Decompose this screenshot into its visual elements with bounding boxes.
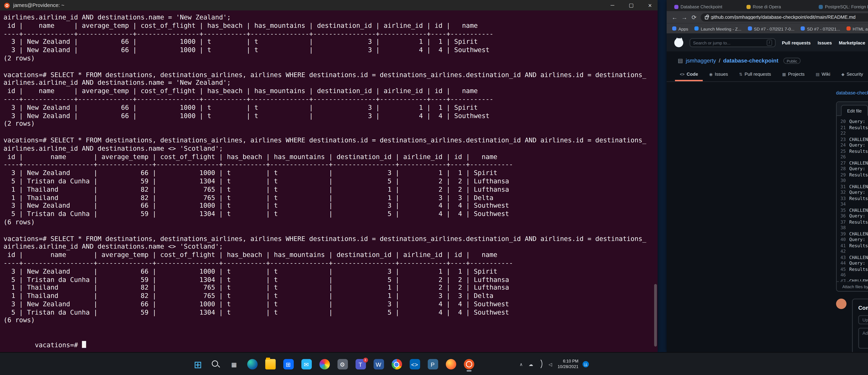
line-number: 27	[837, 160, 849, 166]
minimize-button[interactable]	[605, 0, 620, 10]
terminal-line: ----+-------------+--------------+------…	[3, 95, 654, 103]
address-bar[interactable]: github.com/jsmhaggerty/database-checkpoi…	[701, 13, 868, 21]
code-line: 20Query: ![image](https://user-images.gi…	[837, 119, 868, 125]
editor-header: Edit file Preview Spaces 2 Soft wrap	[837, 102, 868, 116]
edit-file-tab[interactable]: Edit file	[841, 105, 868, 116]
repo-owner-link[interactable]: jsmhaggerty	[686, 58, 716, 64]
tray-icon[interactable]: ◁	[547, 361, 553, 367]
terminal-line: vacations=# SELECT * FROM destinations, …	[3, 235, 654, 243]
github-nav-item[interactable]: Pull requests	[782, 40, 811, 45]
taskbar-app-icon[interactable]: ⊞	[191, 357, 205, 372]
github-logo-icon[interactable]	[674, 38, 683, 47]
code-line: 41Results: ![image](https://user-images.…	[837, 243, 868, 249]
github-nav-item[interactable]: Marketplace	[839, 40, 865, 45]
taskbar-left-tray: ∧☁◁ 6:10 PM 10/28/2021 11	[518, 353, 589, 375]
code-editor[interactable]: 20Query: ![image](https://user-images.gi…	[837, 116, 868, 281]
commit-summary-input[interactable]: Update README.md	[858, 315, 868, 324]
repo-tab[interactable]: ⇅ Pull requests	[734, 69, 776, 81]
bookmark-item[interactable]: SD #7 - 07l2l21 7-0...	[747, 26, 795, 31]
line-text: Query:	[849, 237, 868, 243]
line-text: Results:	[849, 125, 868, 130]
file-edit-area: database-checkpoint / README.md in main …	[836, 88, 868, 352]
commit-avatar	[836, 299, 846, 309]
forward-button[interactable]	[681, 13, 687, 21]
line-number: 39	[837, 231, 849, 237]
repo-tab[interactable]: ▦ Projects	[777, 69, 809, 81]
repo-tab[interactable]: ▤ Wiki	[811, 69, 835, 81]
code-line: 34	[837, 201, 868, 207]
tray-icon[interactable]	[537, 361, 544, 367]
taskbar-app-icon[interactable]: ✉	[299, 357, 313, 372]
taskbar-app-icon[interactable]: W	[371, 357, 386, 372]
terminal-scrollbar[interactable]	[654, 284, 657, 346]
attach-files-bar[interactable]: Attach files by dragging & dropping, sel…	[837, 281, 868, 291]
bookmark-label: Launch Meeting - Z...	[701, 26, 741, 31]
tray-icons: ∧☁◁	[518, 361, 553, 367]
browser-tab[interactable]: Rose di Opera	[743, 2, 815, 11]
taskbar-app-icon[interactable]: P	[425, 357, 440, 372]
repo-tab[interactable]: ◉ Issues	[704, 69, 733, 81]
taskbar-app-icon[interactable]: ⚙	[335, 357, 350, 372]
terminal-line	[3, 324, 654, 333]
reload-button[interactable]	[691, 13, 697, 21]
terminal-titlebar[interactable]: james@Providence: ~	[0, 0, 658, 10]
tray-icon[interactable]: ∧	[518, 361, 524, 367]
terminal-line: vacations=# SELECT * FROM destinations, …	[3, 70, 654, 79]
line-number: 20	[837, 119, 849, 125]
bookmark-item[interactable]: Apps	[672, 26, 688, 31]
line-number: 25	[837, 148, 849, 154]
terminal-line: 3 | New Zealand | 66 | 1000 | t | t | 3 …	[3, 300, 654, 308]
url-text[interactable]: github.com/jsmhaggerty/database-checkpoi…	[711, 14, 868, 20]
close-button[interactable]	[642, 0, 658, 10]
taskbar-clock[interactable]: 6:10 PM 10/28/2021	[558, 359, 579, 370]
clock-time: 6:10 PM	[558, 359, 579, 364]
taskbar-app-icon[interactable]	[443, 357, 458, 372]
repo-tab-label: Pull requests	[745, 71, 771, 76]
github-nav-item[interactable]: Issues	[818, 40, 832, 45]
line-text: CHALLENGE 11	[849, 207, 868, 213]
github-search-input[interactable]: Search or jump to... /	[689, 38, 776, 47]
repo-tab-label: Issues	[715, 71, 728, 76]
app-icon-glyph	[445, 359, 456, 370]
repo-tab-nav: <> Code ◉ Issues ⇅ Pull requests ▦	[666, 69, 868, 82]
taskbar-app-icon[interactable]: ⊞	[281, 357, 296, 372]
line-number: 22	[837, 130, 849, 136]
breadcrumb-repo-link[interactable]: database-checkpoint	[836, 90, 868, 95]
taskbar-app-icon[interactable]	[245, 357, 259, 372]
taskbar-app-icon[interactable]	[389, 357, 404, 372]
terminal-line: 5 | Tristan da Cunha | 59 | 1304 | t | t…	[3, 308, 654, 316]
taskbar-app-icon[interactable]: T 3	[353, 357, 368, 372]
bookmark-item[interactable]: HTML attribute ref...	[846, 26, 868, 31]
repo-tab[interactable]: ◆ Security	[837, 69, 868, 81]
code-line: 47CHALLENGE 14	[837, 278, 868, 281]
bookmark-item[interactable]: Launch Meeting - Z...	[694, 26, 741, 31]
bookmark-item[interactable]: SD #7 - 07l2l21...	[801, 26, 840, 31]
taskbar-app-icon[interactable]	[317, 357, 332, 372]
repo-tab[interactable]: <> Code	[675, 69, 703, 81]
code-line: 30	[837, 178, 868, 184]
terminal-line	[3, 226, 654, 235]
code-line: 37Results: ![image](https://user-images.…	[837, 219, 868, 225]
app-icon-glyph	[464, 359, 474, 370]
browser-toolbar: github.com/jsmhaggerty/database-checkpoi…	[666, 11, 868, 23]
taskbar-app-icon[interactable]	[263, 357, 277, 372]
tray-icon[interactable]: ☁	[528, 361, 534, 367]
browser-tab[interactable]: PostgreSQL: Foreign Key	[815, 2, 868, 11]
browser-tab[interactable]: Database Checkpoint	[671, 2, 743, 11]
back-button[interactable]	[672, 13, 678, 21]
bookmark-label: SD #7 - 07l2l21...	[807, 26, 840, 31]
taskbar-app-icon[interactable]	[209, 357, 223, 372]
maximize-button[interactable]	[624, 0, 639, 10]
repo-tab-icon: ⇅	[739, 72, 743, 76]
terminal-output[interactable]: airlines.airline_id AND destinations.nam…	[0, 10, 658, 352]
repo-name-link[interactable]: database-checkpoint	[723, 58, 778, 64]
taskbar-app-icon[interactable]: <>	[407, 357, 422, 372]
taskbar-app-icon[interactable]: ▦	[227, 357, 241, 372]
notification-count-badge[interactable]: 11	[583, 361, 589, 367]
commit-description-input[interactable]: Add an optional extended description…	[858, 328, 868, 349]
commit-form: Commit changes Update README.md Add an o…	[852, 299, 868, 352]
taskbar-app-icon[interactable]	[461, 357, 476, 372]
line-text: Query:	[849, 260, 868, 266]
file-editor: Edit file Preview Spaces 2 Soft wrap	[836, 101, 868, 292]
terminal-line: vacations=# SELECT * FROM destinations, …	[3, 136, 654, 144]
